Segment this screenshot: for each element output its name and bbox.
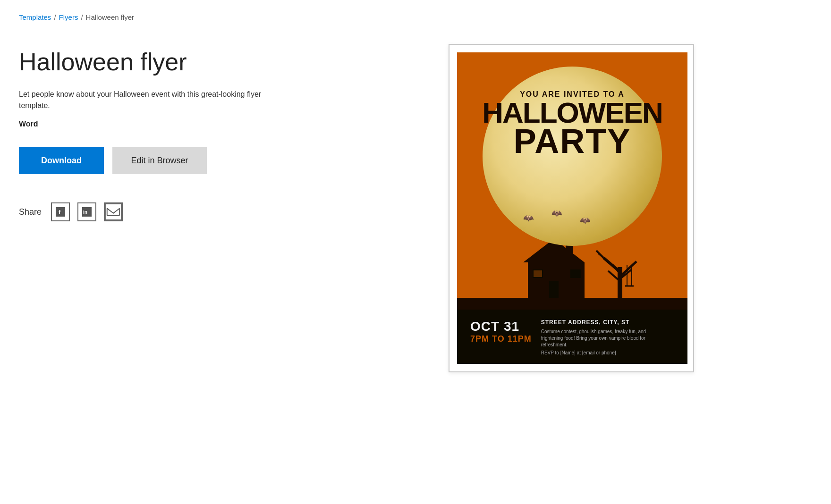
flyer-party-text: PARTY xyxy=(478,126,667,157)
linkedin-share-button[interactable]: in xyxy=(77,202,96,221)
flyer-text-overlay: YOU ARE INVITED TO A HALLOWEEN PARTY xyxy=(478,90,667,157)
breadcrumb-sep2: / xyxy=(81,13,83,21)
svg-rect-15 xyxy=(534,270,542,277)
svg-rect-11 xyxy=(566,244,573,260)
preview-frame: YOU ARE INVITED TO A HALLOWEEN PARTY 🦇 🦇… xyxy=(449,44,694,372)
flyer-bottom: OCT 31 7PM TO 11PM STREET ADDRESS, CITY,… xyxy=(457,310,687,364)
page-container: Templates / Flyers / Halloween flyer Hal… xyxy=(0,0,831,504)
flyer-event-details: STREET ADDRESS, CITY, ST Costume contest… xyxy=(541,319,659,355)
flyer-address: STREET ADDRESS, CITY, ST xyxy=(541,319,659,326)
breadcrumb-flyers[interactable]: Flyers xyxy=(59,13,78,21)
svg-rect-12 xyxy=(549,281,559,298)
facebook-icon: f xyxy=(56,207,65,217)
left-panel: Halloween flyer Let people know about yo… xyxy=(19,44,302,221)
flyer-rsvp: RSVP to [Name] at [email or phone] xyxy=(541,350,659,355)
flyer-bat-3: 🦇 xyxy=(580,215,590,226)
main-content: Halloween flyer Let people know about yo… xyxy=(19,44,812,485)
email-share-button[interactable] xyxy=(104,202,123,221)
linkedin-icon: in xyxy=(82,207,92,217)
breadcrumb: Templates / Flyers / Halloween flyer xyxy=(19,13,812,21)
flyer-time: 7PM TO 11PM xyxy=(470,334,532,344)
svg-rect-4 xyxy=(105,204,121,220)
breadcrumb-templates[interactable]: Templates xyxy=(19,13,51,21)
flyer-date: OCT 31 xyxy=(470,319,532,334)
page-title: Halloween flyer xyxy=(19,49,302,76)
breadcrumb-current: Halloween flyer xyxy=(86,13,135,21)
flyer-bat-1: 🦇 xyxy=(523,213,534,223)
share-section: Share f in xyxy=(19,174,302,221)
email-icon xyxy=(105,203,122,221)
svg-text:in: in xyxy=(83,210,87,215)
download-button[interactable]: Download xyxy=(19,147,104,174)
button-row: Download Edit in Browser xyxy=(19,147,302,174)
facebook-share-button[interactable]: f xyxy=(51,202,70,221)
flyer-description: Costume contest, ghoulish games, freaky … xyxy=(541,328,659,348)
breadcrumb-sep1: / xyxy=(54,13,56,21)
template-description: Let people know about your Halloween eve… xyxy=(19,89,264,111)
template-type: Word xyxy=(19,120,302,128)
right-panel: YOU ARE INVITED TO A HALLOWEEN PARTY 🦇 🦇… xyxy=(331,44,812,372)
svg-rect-14 xyxy=(570,269,581,278)
svg-rect-8 xyxy=(457,298,687,310)
edit-in-browser-button[interactable]: Edit in Browser xyxy=(112,147,207,174)
flyer-top: YOU ARE INVITED TO A HALLOWEEN PARTY 🦇 🦇… xyxy=(457,52,687,310)
svg-text:f: f xyxy=(59,209,61,216)
flyer-bat-2: 🦇 xyxy=(551,208,562,218)
share-label: Share xyxy=(19,207,42,217)
svg-line-18 xyxy=(620,261,636,277)
flyer-preview: YOU ARE INVITED TO A HALLOWEEN PARTY 🦇 🦇… xyxy=(457,52,687,364)
flyer-date-time: OCT 31 7PM TO 11PM xyxy=(470,319,532,344)
